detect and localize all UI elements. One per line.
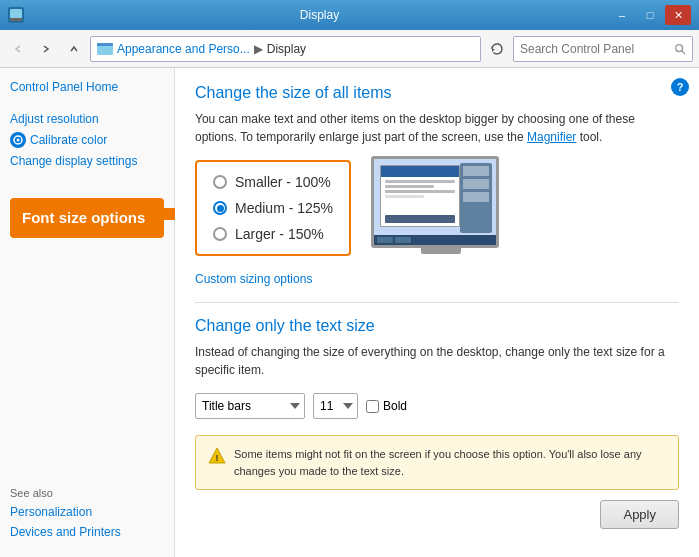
- path-part1: Appearance and Perso...: [117, 42, 250, 56]
- sidebar-item-change-display[interactable]: Change display settings: [10, 154, 164, 168]
- svg-point-4: [676, 44, 683, 51]
- option-smaller-label: Smaller - 100%: [235, 174, 331, 190]
- monitor-preview: [371, 156, 511, 256]
- see-also-section: See also Personalization Devices and Pri…: [10, 479, 164, 545]
- window-controls: – □ ✕: [609, 5, 691, 25]
- sidebar-item-calibrate[interactable]: Calibrate color: [10, 132, 164, 148]
- main-container: Control Panel Home Adjust resolution Cal…: [0, 68, 699, 557]
- option-medium[interactable]: Medium - 125%: [213, 200, 333, 216]
- back-button[interactable]: [6, 37, 30, 61]
- calibrate-label: Calibrate color: [30, 133, 107, 147]
- warning-bar: ! Some items might not fit on the screen…: [195, 435, 679, 490]
- up-button[interactable]: [62, 37, 86, 61]
- svg-text:!: !: [216, 453, 219, 463]
- radio-larger[interactable]: [213, 227, 227, 241]
- help-button[interactable]: ?: [671, 78, 689, 96]
- option-medium-label: Medium - 125%: [235, 200, 333, 216]
- svg-rect-1: [10, 18, 22, 21]
- size-options-box: Smaller - 100% Medium - 125% Larger - 15…: [195, 160, 351, 256]
- sidebar-item-personalization[interactable]: Personalization: [10, 505, 164, 519]
- minimize-button[interactable]: –: [609, 5, 635, 25]
- svg-rect-0: [10, 9, 22, 18]
- content-area: ? Change the size of all items You can m…: [175, 68, 699, 557]
- app-icon: [8, 7, 24, 23]
- bold-checkbox[interactable]: [366, 400, 379, 413]
- sidebar-item-devices[interactable]: Devices and Printers: [10, 525, 164, 539]
- warning-icon: !: [208, 447, 226, 465]
- apply-button[interactable]: Apply: [600, 500, 679, 529]
- close-button[interactable]: ✕: [665, 5, 691, 25]
- section1-title: Change the size of all items: [195, 84, 679, 102]
- font-size-options-label: Font size options: [10, 198, 164, 238]
- forward-button[interactable]: [34, 37, 58, 61]
- see-also-label: See also: [10, 479, 164, 499]
- sidebar-item-home[interactable]: Control Panel Home: [10, 80, 164, 94]
- option-smaller[interactable]: Smaller - 100%: [213, 174, 333, 190]
- path-separator: ▶: [254, 42, 263, 56]
- search-input[interactable]: [520, 42, 670, 56]
- search-icon: [674, 42, 686, 56]
- address-path[interactable]: Appearance and Perso... ▶ Display: [90, 36, 481, 62]
- sidebar-item-adjust[interactable]: Adjust resolution: [10, 112, 164, 126]
- search-box[interactable]: [513, 36, 693, 62]
- bold-label[interactable]: Bold: [383, 399, 407, 413]
- option-larger[interactable]: Larger - 150%: [213, 226, 333, 242]
- custom-sizing-link[interactable]: Custom sizing options: [195, 272, 679, 286]
- option-larger-label: Larger - 150%: [235, 226, 324, 242]
- radio-smaller[interactable]: [213, 175, 227, 189]
- warning-text: Some items might not fit on the screen i…: [234, 446, 666, 479]
- radio-medium[interactable]: [213, 201, 227, 215]
- svg-rect-3: [97, 43, 113, 46]
- magnifier-link[interactable]: Magnifier: [527, 130, 576, 144]
- title-bar: Display – □ ✕: [0, 0, 699, 30]
- calibrate-icon: [10, 132, 26, 148]
- section-divider: [195, 302, 679, 303]
- window-title: Display: [30, 8, 609, 22]
- font-size-dropdown[interactable]: 8 9 10 11 12 14: [313, 393, 358, 419]
- maximize-button[interactable]: □: [637, 5, 663, 25]
- section2-desc: Instead of changing the size of everythi…: [195, 343, 679, 379]
- section1-desc: You can make text and other items on the…: [195, 110, 679, 146]
- address-bar: Appearance and Perso... ▶ Display: [0, 30, 699, 68]
- sidebar: Control Panel Home Adjust resolution Cal…: [0, 68, 175, 557]
- section2-title: Change only the text size: [195, 317, 679, 335]
- svg-line-5: [682, 50, 685, 53]
- svg-point-7: [17, 139, 20, 142]
- bold-option[interactable]: Bold: [366, 399, 407, 413]
- refresh-button[interactable]: [485, 37, 509, 61]
- path-current: Display: [267, 42, 306, 56]
- text-size-controls: Title bars Menus Message boxes Icons Too…: [195, 393, 679, 419]
- text-item-dropdown[interactable]: Title bars Menus Message boxes Icons Too…: [195, 393, 305, 419]
